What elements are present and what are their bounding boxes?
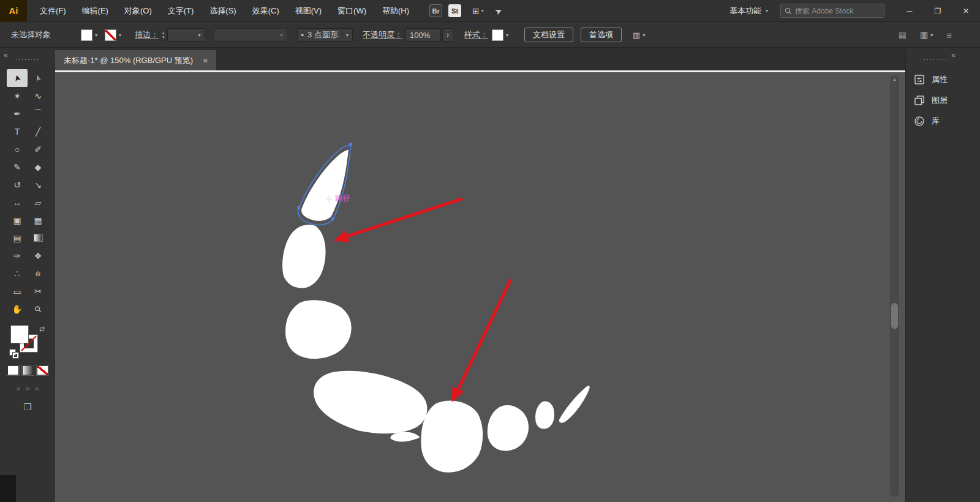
style-label[interactable]: 样式：	[464, 29, 488, 40]
ellipse-tool[interactable]: ○	[7, 140, 28, 158]
screen-mode-button[interactable]: ❐	[0, 402, 55, 413]
panel-tab-libraries[interactable]: 库	[906, 111, 980, 132]
canvas[interactable]: 路径 ▲	[55, 70, 905, 502]
shaper-tool[interactable]: ✎	[7, 158, 28, 176]
arrange-documents-icon[interactable]: ▦	[899, 30, 907, 40]
menu-select[interactable]: 选择(S)	[202, 0, 244, 22]
curvature-tool[interactable]: ⌒	[28, 105, 48, 122]
stroke-color-dropdown[interactable]: ▾	[105, 29, 121, 41]
slice-tool[interactable]: ✂	[28, 282, 48, 300]
shape-builder-tool[interactable]: ▣	[7, 211, 28, 229]
selection-tool[interactable]: ➤	[7, 69, 28, 87]
brush-definition-combo[interactable]: • 3 点圆形 ▾	[297, 28, 353, 42]
blend-tool[interactable]: ❖	[28, 247, 48, 264]
menu-window[interactable]: 窗口(W)	[330, 0, 374, 22]
opacity-label[interactable]: 不透明度：	[363, 29, 402, 40]
vertical-scrollbar[interactable]: ▲	[890, 75, 899, 497]
rotate-tool[interactable]: ↺	[7, 176, 28, 193]
gradient-button[interactable]	[22, 365, 34, 375]
pen-tool[interactable]: ✒	[7, 105, 28, 122]
panel-tab-layers[interactable]: 图层	[906, 90, 980, 111]
workspace-switcher[interactable]: 基本功能 ▾	[729, 6, 768, 17]
croissant-shapes[interactable]	[282, 149, 590, 472]
anchor-point[interactable]	[349, 143, 352, 146]
croissant-segment[interactable]	[282, 225, 326, 288]
free-transform-tool[interactable]: ▱	[28, 193, 48, 211]
stock-badge[interactable]: St	[448, 4, 461, 17]
draw-behind-icon[interactable]: ○	[26, 385, 29, 392]
menu-object[interactable]: 对象(O)	[116, 0, 160, 22]
zoom-tool[interactable]: ⚲	[28, 300, 48, 318]
width-tool[interactable]: ↔	[7, 193, 28, 211]
stock-search-box[interactable]	[780, 4, 884, 18]
mesh-tool[interactable]: ▤	[7, 229, 28, 247]
panel-tab-properties[interactable]: 属性	[906, 69, 980, 90]
anchor-point[interactable]	[331, 217, 334, 220]
croissant-segment[interactable]	[314, 371, 427, 434]
none-button[interactable]	[37, 365, 48, 375]
color-button[interactable]	[7, 365, 19, 375]
panel-grip[interactable]	[923, 58, 949, 61]
expand-panels-icon[interactable]: «	[951, 51, 956, 59]
panel-menu-icon[interactable]: ≡	[946, 30, 952, 40]
hand-tool[interactable]: ✋	[7, 300, 28, 318]
menu-effect[interactable]: 效果(C)	[244, 0, 287, 22]
swap-fill-stroke-icon[interactable]: ⇄	[39, 325, 45, 333]
scale-tool[interactable]: ↘	[28, 176, 48, 193]
column-graph-tool[interactable]: ılı	[28, 264, 48, 282]
document-tab[interactable]: 未标题-1* @ 150% (RGB/GPU 预览) ×	[55, 50, 216, 70]
scrollbar-thumb[interactable]	[891, 303, 898, 329]
menu-view[interactable]: 视图(V)	[287, 0, 330, 22]
anchor-point[interactable]	[297, 206, 300, 209]
collapse-panel-icon[interactable]: «	[4, 51, 8, 59]
draw-inside-icon[interactable]: ○	[35, 385, 39, 392]
artboard-tool[interactable]: ▭	[7, 282, 28, 300]
menu-file[interactable]: 文件(F)	[32, 0, 74, 22]
line-segment-tool[interactable]: ╱	[28, 122, 48, 140]
fill-proxy-swatch[interactable]	[11, 326, 28, 343]
eyedropper-tool[interactable]: ✑	[7, 247, 28, 264]
scroll-up-icon[interactable]: ▲	[890, 77, 899, 81]
croissant-sliver[interactable]	[559, 386, 590, 423]
croissant-segment[interactable]	[421, 400, 483, 472]
panel-grip[interactable]	[15, 58, 40, 61]
paintbrush-tool[interactable]: ✐	[28, 140, 48, 158]
type-tool[interactable]: T	[7, 122, 28, 140]
direct-selection-tool[interactable]: ➣	[28, 69, 48, 87]
stroke-weight-combo[interactable]: ▾	[167, 28, 205, 42]
dock-layout-button[interactable]: ▥ ▾	[920, 30, 933, 40]
menu-edit[interactable]: 编辑(E)	[74, 0, 116, 22]
fill-color-dropdown[interactable]: ▾	[81, 29, 97, 41]
perspective-grid-tool[interactable]: ▦	[28, 211, 48, 229]
symbol-sprayer-tool[interactable]: ∴	[7, 264, 28, 282]
style-dropdown[interactable]: ▾	[492, 29, 508, 41]
bridge-badge[interactable]: Br	[429, 4, 442, 17]
tab-close-icon[interactable]: ×	[203, 56, 208, 66]
share-button[interactable]: ➤	[495, 6, 502, 16]
document-setup-button[interactable]: 文档设置	[524, 28, 573, 42]
menu-help[interactable]: 帮助(H)	[374, 0, 417, 22]
gradient-tool[interactable]	[28, 229, 48, 247]
arrange-layout-button[interactable]: ⊞ ▾	[472, 6, 484, 16]
default-fill-stroke-icon[interactable]	[10, 350, 18, 358]
draw-normal-icon[interactable]: ○	[17, 385, 20, 392]
croissant-segment-selected[interactable]	[301, 149, 349, 220]
restore-button[interactable]: ❐	[924, 0, 952, 22]
croissant-segment[interactable]	[488, 405, 529, 451]
stroke-weight-label[interactable]: 描边：	[135, 29, 159, 40]
close-button[interactable]: ✕	[952, 0, 980, 22]
preferences-button[interactable]: 首选项	[581, 28, 622, 42]
lasso-tool[interactable]: ∿	[28, 87, 48, 105]
menu-type[interactable]: 文字(T)	[160, 0, 202, 22]
touch-workspace-toggle[interactable]: ▥ ▾	[633, 31, 645, 40]
croissant-segment[interactable]	[285, 300, 352, 359]
croissant-sliver[interactable]	[390, 432, 420, 442]
croissant-segment[interactable]	[535, 401, 554, 429]
magic-wand-tool[interactable]: ✶	[7, 87, 28, 105]
eraser-tool[interactable]: ◆	[28, 158, 48, 176]
minimize-button[interactable]: ─	[895, 0, 924, 22]
opacity-combo[interactable]: 100%	[405, 28, 441, 42]
search-input[interactable]	[795, 7, 880, 15]
opacity-flyout-button[interactable]: ›	[442, 28, 453, 42]
stroke-weight-stepper[interactable]: ▴ ▾	[162, 31, 165, 39]
